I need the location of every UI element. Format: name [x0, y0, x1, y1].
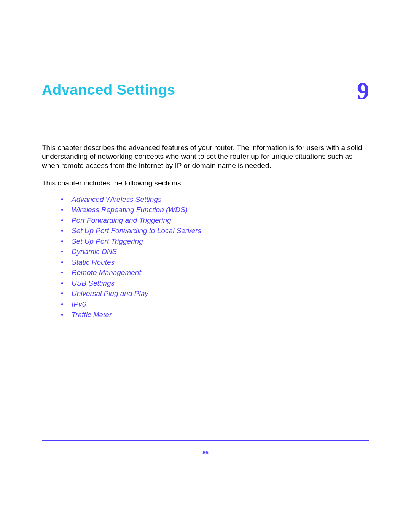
section-link[interactable]: Dynamic DNS	[61, 246, 369, 257]
section-link[interactable]: USB Settings	[61, 278, 369, 289]
chapter-intro-paragraph: This chapter describes the advanced feat…	[42, 143, 369, 170]
section-link[interactable]: Wireless Repeating Function (WDS)	[61, 204, 369, 215]
section-link[interactable]: Universal Plug and Play	[61, 288, 369, 299]
page-container: Advanced Settings 9 This chapter describ…	[0, 0, 411, 532]
page-number: 86	[202, 449, 209, 455]
section-link[interactable]: Traffic Meter	[61, 310, 369, 320]
chapter-number: 9	[357, 80, 369, 102]
page-footer: 86	[42, 440, 369, 456]
section-link[interactable]: Remote Management	[61, 267, 369, 278]
section-link[interactable]: IPv6	[61, 299, 369, 310]
section-link[interactable]: Advanced Wireless Settings	[61, 194, 369, 205]
section-link[interactable]: Set Up Port Triggering	[61, 236, 369, 247]
section-link[interactable]: Static Routes	[61, 257, 369, 268]
section-link[interactable]: Set Up Port Forwarding to Local Servers	[61, 225, 369, 236]
chapter-title: Advanced Settings	[42, 82, 175, 98]
chapter-header: Advanced Settings 9	[42, 76, 369, 101]
section-list: Advanced Wireless Settings Wireless Repe…	[42, 194, 369, 320]
sections-intro-text: This chapter includes the following sect…	[42, 179, 369, 188]
section-link[interactable]: Port Forwarding and Triggering	[61, 215, 369, 226]
